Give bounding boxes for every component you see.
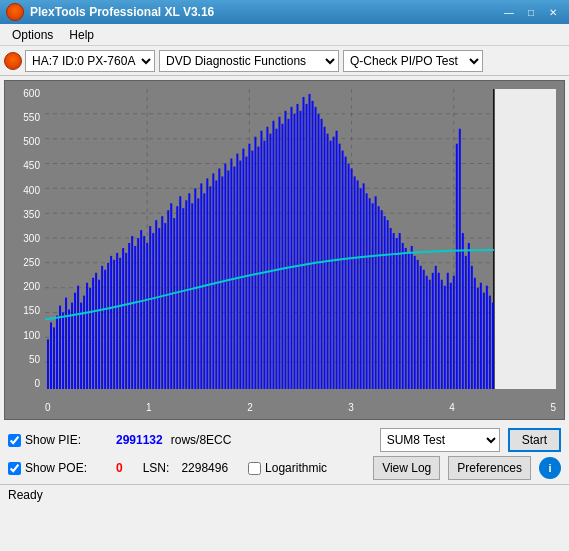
show-pie-label: Show PIE: <box>25 433 81 447</box>
svg-rect-61 <box>176 206 178 389</box>
drive-selector-group: HA:7 ID:0 PX-760A <box>4 50 155 72</box>
svg-rect-109 <box>321 119 323 389</box>
svg-rect-118 <box>348 164 350 389</box>
svg-rect-163 <box>483 293 485 389</box>
svg-rect-37 <box>104 270 106 389</box>
svg-rect-24 <box>65 298 67 389</box>
poe-check-group: Show POE: <box>8 461 108 475</box>
drive-select[interactable]: HA:7 ID:0 PX-760A <box>25 50 155 72</box>
svg-rect-84 <box>245 157 247 389</box>
svg-rect-41 <box>116 253 118 389</box>
svg-rect-57 <box>164 223 166 389</box>
svg-rect-150 <box>444 286 446 389</box>
svg-rect-103 <box>303 97 305 389</box>
svg-rect-104 <box>306 104 308 389</box>
viewlog-button[interactable]: View Log <box>373 456 440 480</box>
svg-rect-71 <box>206 178 208 389</box>
svg-rect-165 <box>489 296 491 389</box>
status-text: Ready <box>8 488 43 502</box>
svg-rect-144 <box>426 276 428 389</box>
x-label-2: 2 <box>247 402 253 413</box>
svg-rect-25 <box>68 310 70 389</box>
y-axis: 600 550 500 450 400 350 300 250 200 150 … <box>5 89 43 389</box>
svg-rect-68 <box>197 198 199 389</box>
svg-rect-162 <box>480 283 482 389</box>
function-select[interactable]: DVD Diagnostic Functions <box>159 50 339 72</box>
svg-rect-75 <box>218 168 220 389</box>
svg-rect-46 <box>131 236 133 389</box>
svg-rect-23 <box>62 313 64 389</box>
svg-rect-107 <box>315 107 317 389</box>
svg-rect-65 <box>188 193 190 389</box>
svg-rect-54 <box>155 220 157 389</box>
svg-rect-19 <box>50 322 52 389</box>
show-pie-checkbox[interactable] <box>8 434 21 447</box>
svg-rect-98 <box>287 119 289 389</box>
drive-icon <box>4 52 22 70</box>
minimize-button[interactable]: — <box>499 3 519 21</box>
svg-rect-30 <box>83 296 85 389</box>
menu-help[interactable]: Help <box>61 26 102 44</box>
svg-rect-159 <box>471 266 473 389</box>
svg-rect-102 <box>299 111 301 389</box>
svg-rect-51 <box>146 243 148 389</box>
svg-rect-157 <box>465 256 467 389</box>
close-button[interactable]: ✕ <box>543 3 563 21</box>
logarithmic-checkbox[interactable] <box>248 462 261 475</box>
rows-label: rows/8ECC <box>171 433 232 447</box>
svg-rect-95 <box>278 117 280 389</box>
svg-rect-152 <box>450 283 452 389</box>
lsn-value: 2298496 <box>181 461 228 475</box>
svg-rect-134 <box>396 238 398 389</box>
svg-rect-125 <box>369 198 371 389</box>
y-label-0: 0 <box>34 379 40 389</box>
y-label-300: 300 <box>23 234 40 244</box>
svg-rect-58 <box>167 210 169 389</box>
svg-rect-127 <box>375 196 377 389</box>
svg-rect-77 <box>224 164 226 389</box>
svg-rect-110 <box>324 127 326 389</box>
svg-rect-115 <box>339 144 341 389</box>
svg-rect-92 <box>269 134 271 389</box>
svg-rect-45 <box>128 243 130 389</box>
x-label-4: 4 <box>449 402 455 413</box>
info-button[interactable]: i <box>539 457 561 479</box>
sum8-select[interactable]: SUM8 Test <box>380 428 500 452</box>
svg-rect-153 <box>453 276 455 389</box>
chart-container: 600 550 500 450 400 350 300 250 200 150 … <box>4 80 565 420</box>
test-select[interactable]: Q-Check PI/PO Test <box>343 50 483 72</box>
svg-rect-164 <box>486 286 488 389</box>
svg-rect-83 <box>242 149 244 389</box>
svg-rect-108 <box>318 114 320 389</box>
preferences-button[interactable]: Preferences <box>448 456 531 480</box>
svg-rect-21 <box>56 315 58 389</box>
svg-rect-53 <box>152 233 154 389</box>
svg-rect-106 <box>312 101 314 389</box>
svg-rect-121 <box>357 180 359 389</box>
svg-rect-33 <box>92 278 94 389</box>
menu-options[interactable]: Options <box>4 26 61 44</box>
pie-check-group: Show PIE: <box>8 433 108 447</box>
chart-area <box>45 89 556 389</box>
svg-rect-76 <box>221 176 223 389</box>
svg-rect-64 <box>185 200 187 389</box>
y-label-500: 500 <box>23 137 40 147</box>
show-poe-label: Show POE: <box>25 461 87 475</box>
y-label-450: 450 <box>23 161 40 171</box>
svg-rect-137 <box>405 248 407 389</box>
svg-rect-131 <box>387 220 389 389</box>
svg-rect-18 <box>47 339 49 389</box>
show-poe-checkbox[interactable] <box>8 462 21 475</box>
x-label-1: 1 <box>146 402 152 413</box>
svg-rect-89 <box>260 131 262 389</box>
y-label-600: 600 <box>23 89 40 99</box>
svg-rect-34 <box>95 273 97 389</box>
svg-rect-42 <box>119 258 121 389</box>
maximize-button[interactable]: □ <box>521 3 541 21</box>
y-label-150: 150 <box>23 306 40 316</box>
start-button[interactable]: Start <box>508 428 561 452</box>
svg-rect-32 <box>89 288 91 389</box>
svg-rect-120 <box>354 176 356 389</box>
svg-rect-40 <box>113 260 115 389</box>
svg-rect-28 <box>77 286 79 389</box>
